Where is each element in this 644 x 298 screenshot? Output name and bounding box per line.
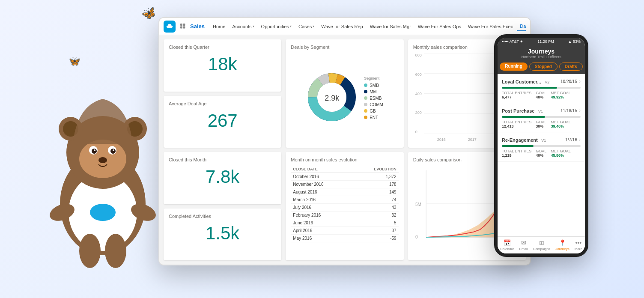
avg-deal-title: Average Deal Age: [169, 101, 276, 106]
nav-wave-exec[interactable]: Wave For Sales Exec: [465, 22, 516, 31]
legend-gb: GB: [364, 109, 383, 113]
journey-name-area: Loyal Customer... V2: [502, 77, 549, 85]
nav-journeys-label: Journeys: [555, 247, 569, 251]
closed-quarter-value: 18k: [169, 54, 276, 74]
journey-name: Loyal Customer...: [502, 79, 541, 84]
salesforce-logo: [164, 21, 176, 33]
stat-value: 45.86%: [551, 153, 564, 158]
month-evolution-title: Month on month sales evolution: [291, 157, 398, 162]
stat-value: 6,477: [502, 95, 512, 99]
svg-point-11: [92, 149, 97, 154]
evolution-cell: 178: [352, 181, 398, 188]
list-item[interactable]: Loyal Customer... V2 10/20/15 › TOTAL EN…: [498, 74, 585, 103]
legend-comm-label: COMM: [370, 102, 383, 107]
calendar-icon: 📅: [504, 239, 510, 246]
journey-date-area: 10/20/15 ›: [561, 78, 581, 84]
email-icon: ✉: [520, 239, 527, 246]
journey-version: V1: [538, 109, 543, 113]
phone-app-title: Journeys: [501, 48, 581, 55]
chevron-right-icon: ›: [579, 107, 581, 113]
phone-mockup: ••••• AT&T ✦ 11:20 PM ▲ 53% Journeys Nor…: [494, 34, 588, 257]
journey-header: Post Purchase V1 11/18/15 ›: [502, 107, 581, 114]
close-date-cell: October 2016: [291, 173, 352, 181]
close-date-cell: August 2016: [291, 188, 352, 196]
closed-month-card: Closed this Month 7.8k: [164, 152, 281, 204]
svg-point-18: [79, 234, 101, 268]
svg-point-12: [110, 149, 116, 154]
stat-label: TOTAL ENTRIES: [502, 149, 531, 153]
donut-chart: 2.9k: [306, 72, 358, 125]
kpi-column: Closed this Quarter 18k Average Deal Age…: [164, 39, 281, 148]
nav-campaigns-label: Campaigns: [533, 247, 550, 251]
journey-stats: TOTAL ENTRIES 6,477 GOAL 40% MET GOAL 49…: [502, 91, 581, 99]
journey-progress-bar: [502, 116, 581, 118]
nav-wave-ops[interactable]: Wave For Sales Ops: [415, 22, 464, 31]
table-row: May 2016 -59: [291, 235, 398, 242]
journey-date-area: 11/18/15 ›: [561, 107, 581, 113]
tab-stopped[interactable]: Stopped: [529, 63, 558, 71]
list-item[interactable]: Re-Engagement V1 1/7/16 › TOTAL ENTRIES …: [498, 132, 585, 161]
app-name-label: Sales: [190, 23, 205, 30]
nav-accounts[interactable]: Accounts ▾: [229, 22, 257, 31]
nav-email[interactable]: ✉ Email: [519, 239, 528, 251]
nav-cases[interactable]: Cases ▾: [295, 22, 317, 31]
y-axis: 800 600 400 200 0: [415, 53, 422, 134]
evolution-cell: 1,372: [352, 173, 398, 181]
campaigns-icon: ⊞: [538, 239, 545, 246]
journey-date: 11/18/15: [561, 108, 577, 113]
completed-activities-card: Completed Activities 1.5k: [164, 209, 281, 261]
nav-more-label: More: [575, 247, 582, 251]
closed-quarter-title: Closed this Quarter: [169, 45, 276, 50]
table-row: April 2016 -37: [291, 227, 398, 235]
svg-text:0: 0: [415, 235, 418, 239]
more-icon: •••: [575, 239, 582, 246]
kpi-column-2: Closed this Month 7.8k Completed Activit…: [164, 152, 281, 260]
tab-running[interactable]: Running: [500, 63, 528, 71]
nav-journeys[interactable]: 📍 Journeys: [555, 239, 569, 251]
journey-header: Loyal Customer... V2 10/20/15 ›: [502, 77, 581, 85]
table-row: March 2016 74: [291, 196, 398, 204]
close-date-cell: July 2016: [291, 204, 352, 212]
butterfly-decoration-2: 🦋: [68, 55, 81, 68]
closed-quarter-card: Closed this Quarter 18k: [164, 39, 281, 92]
nav-dashboards[interactable]: Dashboards ▾: [517, 22, 526, 31]
nav-wave-mgr[interactable]: Wave for Sales Mgr: [367, 22, 414, 31]
stat-value: 40%: [536, 153, 543, 158]
close-date-cell: May 2016: [291, 235, 352, 242]
tab-drafts[interactable]: Drafts: [559, 63, 583, 71]
nav-opportunities[interactable]: Opportunities ▾: [258, 22, 295, 31]
nav-calendar[interactable]: 📅 Calendar: [500, 239, 514, 251]
journeys-icon: 📍: [559, 239, 566, 246]
month-evolution-card: Month on month sales evolution CLOSE DAT…: [286, 152, 403, 260]
journey-date-area: 1/7/16 ›: [565, 137, 581, 143]
stat-value: 12,413: [502, 124, 514, 128]
nav-campaigns[interactable]: ⊞ Campaigns: [533, 239, 550, 251]
legend-mm-label: MM: [370, 89, 377, 94]
nav-more-phone[interactable]: ••• More: [575, 239, 582, 251]
grid-icon[interactable]: [179, 22, 188, 31]
journey-progress-bar: [502, 145, 581, 147]
svg-rect-22: [180, 26, 182, 28]
table-row: February 2016 32: [291, 212, 398, 219]
journey-list: Loyal Customer... V2 10/20/15 › TOTAL EN…: [498, 74, 585, 161]
stat-value: 1,219: [502, 153, 512, 158]
journey-version: V1: [541, 138, 546, 143]
nav-bar: Sales Home Accounts ▾ Opportunities ▾ Ca…: [159, 18, 530, 35]
close-date-cell: June 2016: [291, 219, 352, 227]
close-date-cell: March 2016: [291, 196, 352, 204]
close-date-cell: February 2016: [291, 212, 352, 219]
list-item[interactable]: Post Purchase V1 11/18/15 › TOTAL ENTRIE…: [498, 103, 585, 132]
phone-frame: ••••• AT&T ✦ 11:20 PM ▲ 53% Journeys Nor…: [494, 34, 588, 257]
stat-label: GOAL: [536, 91, 546, 95]
legend-smb: SMB: [364, 83, 383, 88]
journey-progress-bar: [502, 87, 581, 89]
chevron-right-icon: ›: [579, 137, 581, 143]
stat-value: 40%: [536, 95, 543, 99]
table-row: August 2016 149: [291, 188, 398, 196]
avg-deal-age-card: Average Deal Age 267: [164, 96, 281, 148]
nav-wave-rep[interactable]: Wave for Sales Rep: [318, 22, 366, 31]
stat-item: MET GOAL 45.86%: [551, 149, 570, 158]
chevron-right-icon: ›: [579, 78, 581, 84]
deals-segment-title: Deals by Segment: [291, 45, 398, 50]
nav-home[interactable]: Home: [210, 22, 228, 31]
